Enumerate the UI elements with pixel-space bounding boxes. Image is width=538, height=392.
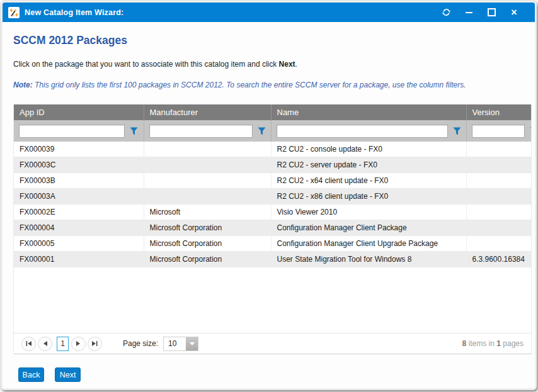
note-text: Note: This grid only lists the first 100… — [13, 81, 466, 89]
header-row: App ID Manufacturer Name Version — [14, 104, 532, 120]
filter-input-manufacturer[interactable] — [149, 125, 253, 138]
table-row[interactable]: FX000039R2 CU2 - console update - FX0 — [14, 142, 532, 157]
table-cell: Microsoft Corporation — [144, 220, 271, 236]
instruction-text: Click on the package that you want to as… — [13, 60, 297, 69]
table-cell: FX00002E — [14, 204, 144, 220]
column-header-version[interactable]: Version — [466, 104, 532, 120]
filter-funnel-icon[interactable] — [258, 127, 266, 135]
status-mid-text: items in — [466, 339, 496, 348]
pager-prev-button[interactable] — [38, 337, 52, 351]
table-cell: Microsoft Corporation — [144, 252, 271, 267]
table-cell: FX000001 — [14, 252, 144, 267]
table-cell — [144, 189, 271, 204]
table-cell: R2 CU2 - x64 client update - FX0 — [271, 173, 466, 189]
table-cell: FX000004 — [14, 220, 144, 236]
table-cell: FX000039 — [14, 142, 144, 157]
filter-input-name[interactable] — [277, 125, 448, 138]
table-row[interactable]: FX000005Microsoft CorporationConfigurati… — [14, 236, 532, 252]
table-cell — [144, 157, 271, 173]
filter-input-app-id[interactable] — [19, 125, 125, 138]
page-size-select[interactable]: 10 — [163, 337, 198, 351]
table-cell: R2 CU2 - x86 client update - FX0 — [271, 189, 466, 204]
minimize-icon[interactable] — [462, 6, 476, 20]
table-row[interactable]: FX00002EMicrosoftVisio Viewer 2010 — [14, 204, 532, 220]
table-cell — [144, 142, 271, 157]
maximize-icon[interactable] — [484, 6, 498, 20]
note-body: This grid only lists the first 100 packa… — [33, 81, 466, 89]
table-cell: User State Migration Tool for Windows 8 — [271, 252, 466, 267]
table-cell — [466, 157, 532, 173]
column-header-name[interactable]: Name — [271, 104, 466, 120]
table-cell: FX00003A — [14, 189, 144, 204]
table-cell — [466, 189, 532, 204]
table-cell — [466, 204, 532, 220]
table-cell: FX00003C — [14, 157, 144, 173]
table-cell: Configuration Manager Client Package — [271, 220, 466, 236]
table-cell: R2 CU2 - console update - FX0 — [271, 142, 466, 157]
table-cell — [144, 173, 271, 189]
table-cell: FX000005 — [14, 236, 144, 252]
chevron-down-icon — [190, 342, 195, 345]
pages-count: 1 — [496, 339, 501, 348]
table-row[interactable]: FX00003CR2 CU2 - server update - FX0 — [14, 157, 532, 173]
table-cell: R2 CU2 - server update - FX0 — [271, 157, 466, 173]
filter-funnel-icon[interactable] — [130, 127, 138, 135]
refresh-icon[interactable] — [439, 6, 453, 20]
table-cell — [466, 236, 532, 252]
wizard-app-icon — [8, 7, 20, 18]
back-button[interactable]: Back — [18, 367, 44, 382]
table-row[interactable]: FX00003BR2 CU2 - x64 client update - FX0 — [14, 173, 532, 189]
close-icon[interactable]: × — [507, 6, 521, 20]
pager-next-button[interactable] — [71, 337, 86, 351]
table-cell — [466, 220, 532, 236]
table-row[interactable]: FX00003AR2 CU2 - x86 client update - FX0 — [14, 189, 532, 204]
filter-input-version[interactable] — [472, 125, 525, 138]
table-cell — [466, 173, 532, 189]
table-cell: FX00003B — [14, 173, 144, 189]
filter-funnel-icon[interactable] — [530, 127, 532, 135]
titlebar: New Catalog Item Wizard: × — [3, 3, 535, 22]
column-header-manufacturer[interactable]: Manufacturer — [144, 104, 271, 120]
table-cell: Microsoft — [144, 204, 271, 220]
table-cell: Microsoft Corporation — [144, 236, 271, 252]
wizard-window: New Catalog Item Wizard: × SCCM 2012 Pac… — [1, 1, 537, 390]
page-size-dropdown-button[interactable] — [186, 337, 198, 350]
packages-table: App ID Manufacturer Name Version — [14, 104, 532, 267]
pager-first-button[interactable] — [21, 337, 36, 351]
page-title: SCCM 2012 Packages — [13, 34, 127, 47]
wizard-content: SCCM 2012 Packages Click on the package … — [3, 22, 535, 388]
instruction-prefix: Click on the package that you want to as… — [13, 60, 279, 69]
pager-last-button[interactable] — [88, 337, 102, 351]
pager-status: 8 items in 1 pages — [462, 339, 524, 348]
status-suffix-text: pages — [501, 339, 524, 348]
packages-grid: App ID Manufacturer Name Version — [13, 104, 532, 354]
instruction-next-word: Next — [279, 60, 295, 69]
window-title: New Catalog Item Wizard: — [25, 8, 124, 17]
table-cell: Configuration Manager Client Upgrade Pac… — [271, 236, 466, 252]
pager-current-page[interactable]: 1 — [57, 337, 69, 351]
table-body: FX000039R2 CU2 - console update - FX0FX0… — [14, 142, 532, 267]
filter-funnel-icon[interactable] — [453, 127, 461, 135]
filter-row — [14, 120, 532, 142]
table-cell: Visio Viewer 2010 — [271, 204, 466, 220]
table-row[interactable]: FX000004Microsoft CorporationConfigurati… — [14, 220, 532, 236]
page-size-label: Page size: — [123, 339, 158, 348]
page-size-value: 10 — [164, 337, 186, 350]
column-header-app-id[interactable]: App ID — [14, 104, 144, 120]
window-controls: × — [439, 6, 535, 20]
pager: 1 Page size: 10 8 items in 1 pages — [14, 333, 531, 354]
table-cell: 6.3.9600.16384 — [466, 252, 532, 267]
note-label: Note: — [13, 81, 33, 89]
table-cell — [466, 142, 532, 157]
table-row[interactable]: FX000001Microsoft CorporationUser State … — [14, 252, 532, 267]
next-button[interactable]: Next — [55, 367, 81, 382]
instruction-suffix: . — [295, 60, 297, 69]
